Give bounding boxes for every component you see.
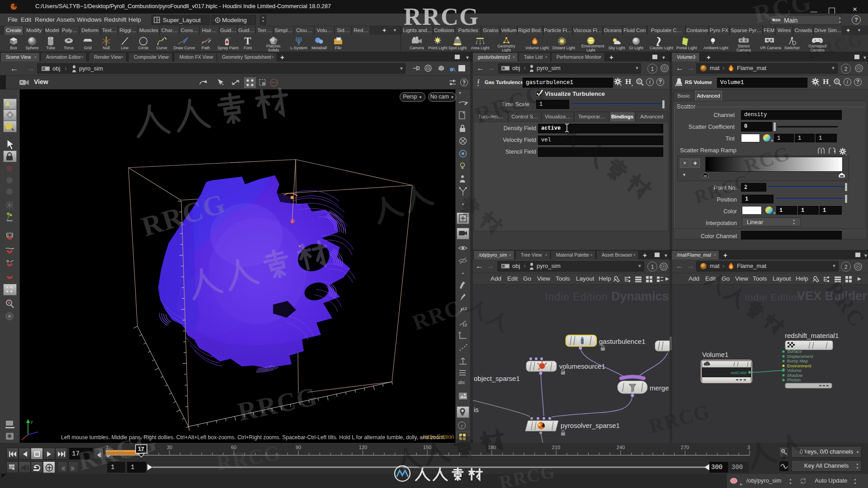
svg-text:pyrosolver_sparse1: pyrosolver_sparse1 xyxy=(561,422,620,429)
svg-text:gasturbulence1: gasturbulence1 xyxy=(599,338,646,345)
svg-text:90: 90 xyxy=(296,445,301,450)
svg-text:Displacement: Displacement xyxy=(787,354,813,359)
svg-text:Environment: Environment xyxy=(787,363,811,368)
svg-text:outColor: outColor xyxy=(731,370,747,375)
svg-text:redshift_material1: redshift_material1 xyxy=(785,332,839,339)
svg-text:120: 120 xyxy=(359,445,367,450)
svg-text:12: 12 xyxy=(462,306,467,311)
svg-text:Shadow: Shadow xyxy=(787,373,802,378)
svg-text:180: 180 xyxy=(488,445,496,450)
svg-text:1: 1 xyxy=(106,445,108,450)
svg-text:12: 12 xyxy=(462,323,467,327)
svg-text:Surface: Surface xyxy=(787,349,802,354)
svg-text:y: y xyxy=(31,419,33,424)
svg-text:Volume1: Volume1 xyxy=(702,351,728,358)
svg-text:Bump Map: Bump Map xyxy=(787,358,808,363)
svg-text:60: 60 xyxy=(231,445,236,450)
svg-text:270: 270 xyxy=(681,445,689,450)
svg-text:merge: merge xyxy=(650,384,669,392)
svg-text:is: is xyxy=(474,406,479,413)
svg-text:150: 150 xyxy=(423,445,431,450)
svg-text:3: 3 xyxy=(747,445,750,450)
svg-text:30: 30 xyxy=(167,445,172,450)
svg-text:Volume: Volume xyxy=(787,368,802,373)
svg-text:210: 210 xyxy=(552,445,560,450)
svg-text:240: 240 xyxy=(617,445,625,450)
svg-text:17: 17 xyxy=(138,446,144,452)
svg-text:Photon: Photon xyxy=(787,377,801,382)
svg-text:object_sparse1: object_sparse1 xyxy=(474,375,520,382)
svg-text:volumesource1: volumesource1 xyxy=(559,362,605,370)
